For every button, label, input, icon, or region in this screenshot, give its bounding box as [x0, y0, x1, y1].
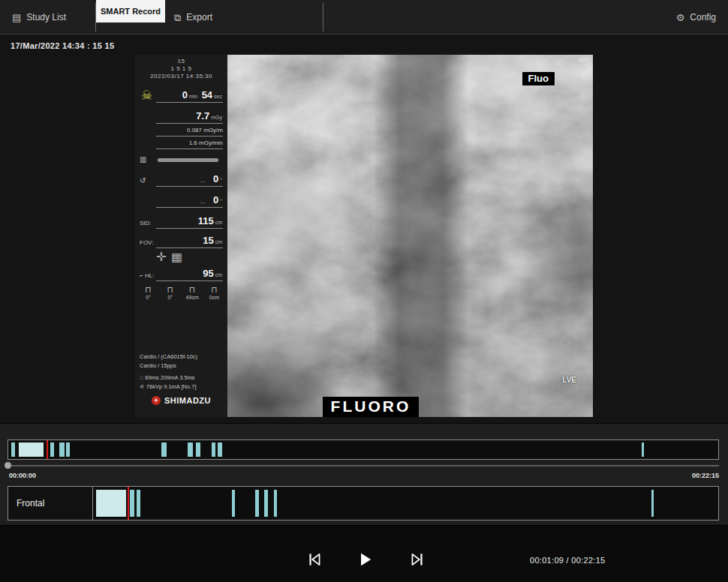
xray-image: A22 Fluo LVE FLUORO [227, 55, 593, 417]
sid-value: 115 [198, 215, 214, 226]
program-line1: Cardio / (CA6015f-10c) [140, 353, 224, 360]
timeline-segment [130, 490, 134, 517]
export-label: Export [186, 12, 212, 22]
fov-row: FOV: 15cm [140, 232, 223, 248]
timeline-segment [59, 442, 65, 457]
timeline-segment [642, 442, 644, 457]
gear-icon: ⚙ [676, 13, 685, 22]
timeline-segment [232, 490, 235, 517]
sid-row: SID: 115cm [140, 212, 223, 229]
skip-to-start-button[interactable] [305, 550, 324, 570]
collimator-row: ▥ [140, 155, 223, 166]
play-button[interactable] [355, 550, 375, 570]
timeline-segment [264, 490, 268, 517]
timeline-segment [255, 490, 259, 517]
study-timestamp: 17/Mar/2022 14:34 : 15 15 [11, 41, 114, 50]
fov-value: 15 [203, 235, 213, 246]
angle2-row: ... 0° [140, 191, 223, 208]
table-position-item: ⊓ 49cm [182, 286, 203, 300]
brand-name: SHIMADZU [164, 396, 211, 405]
study-list-button[interactable]: ▤ Study List [12, 0, 66, 34]
fluoro-time-min: 0 [182, 89, 188, 100]
panel-datetime: 2022/03/17 14:35:30 [135, 73, 227, 80]
frontal-label: Frontal [8, 487, 93, 520]
dose-rate2-row: 1.6 mGy/min [140, 138, 223, 149]
config-label: Config [690, 12, 716, 22]
fluoro-time-min-unit: min [189, 94, 197, 99]
xray-params1-text: 69ms 209mA 3.5ms [145, 374, 194, 381]
timeline-segment [66, 442, 71, 457]
timeline-end-label: 00:22:15 [692, 472, 719, 479]
angle1-dots: ... [200, 177, 206, 184]
timeline-segment [96, 490, 126, 517]
table-position-item: ⊓ 0cm [204, 286, 224, 300]
export-button[interactable]: ⧉ Export [174, 0, 212, 34]
config-button[interactable]: ⚙ Config [676, 0, 716, 34]
scrubber-line[interactable] [8, 465, 719, 466]
table-position-item: ⊓ 0° [160, 286, 180, 300]
rotation-icon: ↺ [140, 177, 146, 184]
angle1-value: 0 [213, 173, 218, 184]
angle2-value: 0 [213, 194, 218, 206]
smart-record-app: ▤ Study List SMART Record ⧉ Export ⚙ Con… [0, 0, 728, 582]
timeline-segment [19, 442, 44, 457]
sid-unit: cm [215, 220, 222, 225]
table-value: 49cm [182, 295, 203, 300]
table-position-row: ⊓ 0° ⊓ 0° ⊓ 49cm ⊓ 0cm [138, 286, 224, 300]
hl-value: 95 [203, 268, 213, 279]
fov-unit: cm [215, 239, 222, 244]
overview-timeline[interactable] [8, 440, 719, 460]
frontal-timeline-row[interactable]: Frontal [8, 486, 719, 520]
timeline-start-label: 00:00:00 [9, 472, 36, 479]
fluoro-time-sec-unit: sec [214, 94, 222, 99]
xray-shadow-layer [227, 55, 593, 417]
timeline-segment [161, 442, 167, 457]
acquisition-param-panel: 15 1 5 1 5 2022/03/17 14:35:30 ☠ 0min 54… [135, 55, 227, 417]
timeline-segment [137, 490, 141, 517]
panel-header-numbers: 1 5 1 5 [135, 65, 227, 72]
fluoro-time-row: 0min 54sec [140, 86, 223, 103]
scrubber-handle[interactable] [5, 462, 11, 469]
collimator-icon: ▥ [140, 156, 146, 164]
timeline-segment [212, 442, 216, 457]
xray-params2: ⚟ 76kVp 9.1mA [No.7] [140, 383, 224, 390]
tube-icon: ⚟ [140, 383, 146, 390]
angle2-dots: ... [200, 198, 206, 205]
shimadzu-logo-icon: + [152, 396, 161, 405]
table-value: 0° [160, 295, 180, 300]
timeline-segment [50, 442, 54, 457]
timeline-segment [188, 442, 193, 457]
collimator-slider[interactable] [158, 158, 218, 162]
xray-params1: ⎍ 69ms 209mA 3.5ms [140, 374, 224, 381]
timeline-segment [651, 490, 654, 517]
list-icon: ▤ [12, 13, 21, 22]
overview-track [8, 440, 718, 459]
dose-value: 7.7 [196, 110, 209, 122]
table-value: 0° [138, 295, 158, 300]
panel-header-number: 15 [135, 58, 227, 64]
program-line2: Cardio / 15pps [140, 362, 224, 369]
playhead-marker[interactable] [47, 440, 48, 459]
hl-label-text: HL: [145, 272, 154, 279]
export-icon: ⧉ [174, 13, 181, 22]
crosshair-icon: ✛ [156, 251, 166, 263]
lve-badge: LVE [562, 376, 576, 384]
angle1-unit: ° [220, 178, 222, 183]
dose-rate2: 1.6 mGy/min [189, 140, 223, 146]
grid-icon: ▦ [171, 251, 182, 263]
skip-to-end-button[interactable] [408, 550, 427, 570]
hl-row: ⌐ HL: 95cm [140, 265, 223, 281]
top-toolbar: ▤ Study List SMART Record ⧉ Export ⚙ Con… [0, 0, 728, 34]
viewer-area: 17/Mar/2022 14:34 : 15 15 15 1 5 1 5 202… [0, 35, 728, 422]
fluoro-mode-badge: FLUORO [323, 397, 420, 417]
hl-label: ⌐ HL: [140, 272, 154, 279]
table-position-item: ⊓ 0° [138, 286, 158, 300]
sid-label: SID: [140, 220, 152, 226]
playhead-marker[interactable] [128, 487, 129, 520]
tab-smart-record[interactable]: SMART Record [96, 0, 165, 22]
smart-record-label: SMART Record [101, 7, 161, 16]
angle1-row: ↺ ... 0° [140, 170, 223, 187]
table-icon: ⊓ [160, 286, 180, 294]
fluoro-time-sec: 54 [202, 89, 212, 100]
timeline-segment [196, 442, 201, 457]
